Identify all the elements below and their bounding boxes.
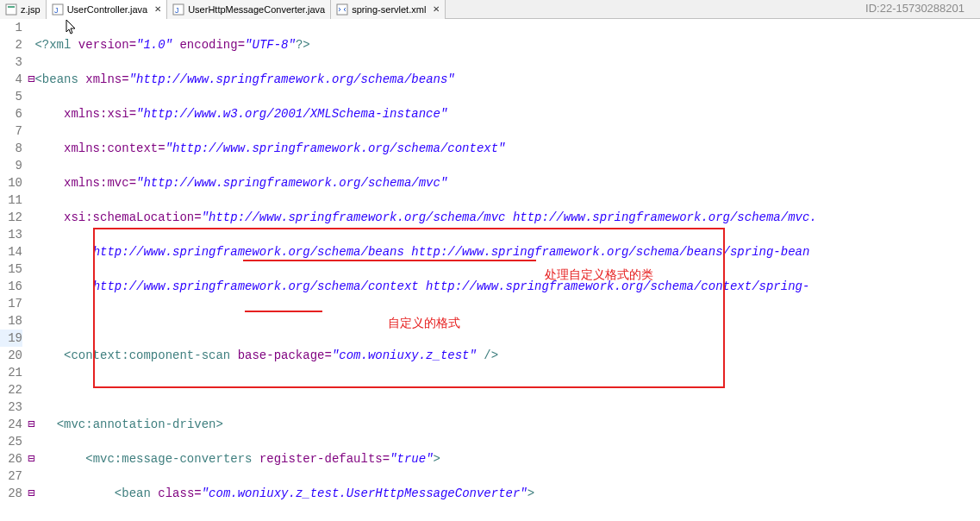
id-watermark: ID:22-15730288201: [865, 2, 964, 15]
tab-zjsp[interactable]: z.jsp: [0, 0, 47, 19]
jsp-icon: [5, 3, 17, 16]
tab-label: UserHttpMessageConverter.java: [188, 4, 325, 15]
code-editor[interactable]: 1234567891011121314151617181920212223242…: [0, 19, 980, 521]
close-icon[interactable]: ✕: [154, 4, 161, 14]
tab-springservlet[interactable]: spring-servlet.xml ✕: [331, 0, 446, 19]
tab-label: z.jsp: [21, 4, 41, 15]
tab-usercontroller[interactable]: J UserController.java ✕: [47, 0, 168, 19]
svg-text:J: J: [175, 6, 179, 15]
java-icon: J: [52, 3, 64, 16]
code-area[interactable]: <?xml version="1.0" encoding="UTF-8"?> ⊟…: [28, 19, 980, 521]
svg-rect-6: [337, 4, 347, 15]
java-icon: J: [172, 3, 184, 16]
tab-label: UserController.java: [67, 4, 148, 15]
xml-icon: [336, 3, 348, 16]
tab-userhttpconverter[interactable]: J UserHttpMessageConverter.java: [167, 0, 331, 19]
tab-label: spring-servlet.xml: [352, 4, 426, 15]
svg-rect-0: [6, 4, 16, 15]
tab-bar: z.jsp J UserController.java ✕ J UserHttp…: [0, 0, 980, 19]
svg-rect-1: [8, 6, 15, 8]
close-icon[interactable]: ✕: [433, 4, 440, 14]
svg-text:J: J: [54, 6, 59, 15]
line-gutter: 1234567891011121314151617181920212223242…: [0, 19, 28, 521]
